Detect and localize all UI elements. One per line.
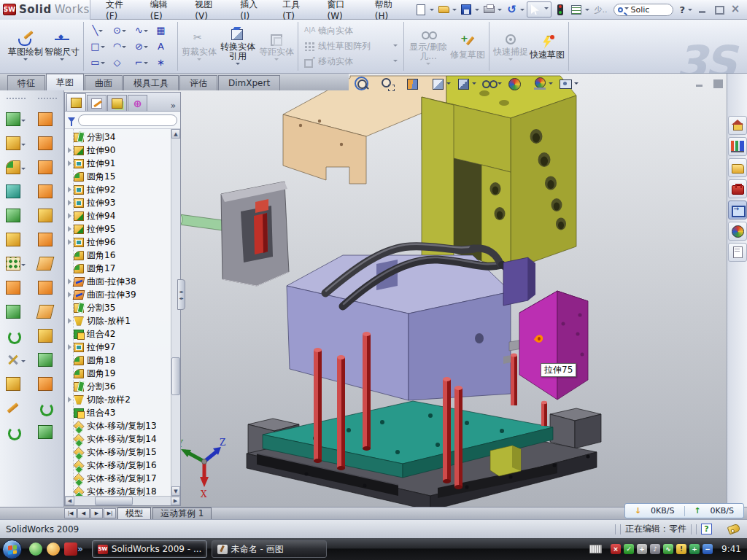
- display-delete-relations-button[interactable]: 显示/删除几...: [407, 26, 449, 67]
- split-tool-icon[interactable]: [6, 351, 26, 368]
- sketch-point-icon[interactable]: ∗: [152, 55, 174, 71]
- dimxpert-manager-tab[interactable]: ⊕: [128, 95, 147, 111]
- dropdown-icon[interactable]: [472, 82, 476, 87]
- search-input[interactable]: Solic: [630, 5, 649, 15]
- dropdown-icon[interactable]: [144, 46, 148, 50]
- menu-item[interactable]: 插入(I): [231, 0, 273, 19]
- shield-plus-icon[interactable]: +: [689, 544, 700, 554]
- quicklaunch-overflow-chevron[interactable]: »: [77, 544, 83, 554]
- dropdown-icon[interactable]: [446, 82, 451, 87]
- sketch-line-icon[interactable]: ╲: [87, 23, 109, 39]
- expand-arrow-icon[interactable]: [68, 279, 71, 284]
- search-dropdown-icon[interactable]: [624, 7, 629, 12]
- tree-item[interactable]: 拉伸91: [65, 157, 171, 170]
- tree-item[interactable]: 拉伸97: [65, 341, 171, 354]
- tree-item[interactable]: 曲面-拉伸38: [65, 275, 171, 288]
- panel-splitter-handle[interactable]: ◂▸◂▸: [177, 279, 185, 310]
- selection-frame-icon[interactable]: ▦: [152, 23, 174, 39]
- tree-item[interactable]: 圆角16: [65, 249, 171, 262]
- shell-icon[interactable]: [6, 183, 26, 199]
- instant3d-icon[interactable]: [6, 376, 26, 392]
- antivirus-alert-icon[interactable]: ×: [611, 544, 621, 554]
- fillet-icon[interactable]: [6, 159, 26, 175]
- options-list-icon[interactable]: [569, 2, 584, 17]
- save-icon[interactable]: [459, 2, 473, 17]
- command-tab[interactable]: 评估: [179, 75, 217, 90]
- expand-arrow-icon[interactable]: [68, 292, 71, 298]
- mirror-entities-button[interactable]: 镜向实体: [304, 24, 398, 38]
- lofted-boss-icon[interactable]: [38, 183, 58, 199]
- quick-tips-icon[interactable]: ?: [701, 524, 712, 534]
- sketch-rectangle-icon[interactable]: □: [87, 39, 109, 55]
- file-explorer-icon[interactable]: [728, 201, 747, 219]
- expand-arrow-icon[interactable]: [68, 239, 71, 245]
- tree-item[interactable]: 实体-移动/复制16: [65, 459, 171, 472]
- scroll-thumb[interactable]: [171, 357, 180, 395]
- expand-arrow-icon[interactable]: [68, 226, 71, 232]
- sketch-fillet-icon[interactable]: ⌐: [131, 55, 152, 71]
- hide-show-items-icon[interactable]: [482, 77, 502, 90]
- select-arrow-icon[interactable]: [527, 2, 542, 17]
- sketch-slot-icon[interactable]: ▭: [87, 55, 109, 71]
- tab-nav-button[interactable]: ▶|: [104, 508, 116, 518]
- extruded-c-icon[interactable]: [38, 159, 58, 175]
- restore-button[interactable]: [713, 4, 725, 15]
- repair-sketch-button[interactable]: 修复草图: [449, 34, 486, 60]
- tree-item[interactable]: 圆角15: [65, 170, 171, 183]
- expand-arrow-icon[interactable]: [68, 147, 71, 153]
- mold-sketch-icon[interactable]: [38, 424, 58, 440]
- task-button[interactable]: SW SolidWorks 2009 - ...: [92, 540, 207, 558]
- core-icon[interactable]: [38, 351, 58, 368]
- zoom-area-icon[interactable]: [380, 77, 400, 90]
- certificate-icon[interactable]: +: [637, 544, 647, 554]
- tree-item[interactable]: 拉伸95: [65, 222, 171, 236]
- offset-entities-button[interactable]: 等距实体: [258, 31, 295, 63]
- shut-off-surface-icon[interactable]: [38, 279, 58, 295]
- rebuild-traffic-light-icon[interactable]: [553, 2, 568, 17]
- dropdown-icon[interactable]: [122, 30, 126, 34]
- expand-arrow-icon[interactable]: [68, 344, 71, 350]
- wrap-icon[interactable]: [6, 279, 26, 295]
- quick-snaps-button[interactable]: 快速捕捉: [492, 31, 529, 63]
- tree-item[interactable]: 拉伸94: [65, 209, 171, 222]
- tab-nav-button[interactable]: ◀: [77, 508, 90, 518]
- tree-item[interactable]: 拉伸90: [65, 144, 171, 157]
- extruded-cut-icon[interactable]: [6, 135, 26, 151]
- sketch-spline-icon[interactable]: ∿: [131, 23, 152, 39]
- scroll-left-icon[interactable]: ◀: [65, 497, 74, 505]
- linear-pattern-icon[interactable]: [6, 255, 26, 271]
- warning-icon[interactable]: !: [676, 544, 686, 554]
- dropdown-icon[interactable]: [101, 46, 105, 50]
- menu-item[interactable]: 帮助(H): [365, 0, 411, 19]
- dropdown-icon[interactable]: [101, 62, 105, 66]
- configuration-manager-tab[interactable]: [107, 95, 127, 111]
- expand-arrow-icon[interactable]: [68, 213, 71, 219]
- command-tab[interactable]: 曲面: [85, 75, 123, 90]
- curve-icon[interactable]: [6, 327, 26, 343]
- view-settings-icon[interactable]: [559, 77, 578, 90]
- undo-icon[interactable]: ↺: [504, 2, 519, 17]
- tree-item[interactable]: 圆角17: [65, 262, 171, 275]
- design-library-icon[interactable]: [728, 158, 747, 177]
- new-document-icon[interactable]: [414, 2, 428, 17]
- open-icon[interactable]: [436, 2, 451, 17]
- tree-item[interactable]: 拉伸96: [65, 236, 171, 249]
- sketch-ellipse-icon[interactable]: ⊘: [131, 39, 152, 55]
- tree-item[interactable]: 分割35: [65, 301, 171, 314]
- dropdown-icon[interactable]: [144, 30, 148, 34]
- tree-item[interactable]: 拉伸92: [65, 183, 171, 196]
- expand-arrow-icon[interactable]: [68, 318, 71, 324]
- trim-entities-button[interactable]: 剪裁实体: [181, 31, 217, 63]
- dropdown-icon[interactable]: [393, 44, 398, 49]
- sketch-arc-icon[interactable]: ◠: [109, 39, 131, 55]
- search-box[interactable]: Solic: [614, 4, 673, 16]
- panel-overflow-chevron[interactable]: »: [171, 101, 179, 111]
- dropdown-icon[interactable]: [98, 30, 103, 34]
- tree-item[interactable]: 圆角18: [65, 354, 171, 367]
- boundary-boss-icon[interactable]: [38, 207, 58, 223]
- dropdown-icon[interactable]: [549, 82, 553, 87]
- tree-item[interactable]: 实体-移动/复制15: [65, 446, 171, 459]
- menu-item[interactable]: 工具(T): [273, 0, 317, 19]
- scroll-thumb[interactable]: [95, 497, 133, 505]
- move-entities-button[interactable]: 移动实体: [304, 55, 398, 69]
